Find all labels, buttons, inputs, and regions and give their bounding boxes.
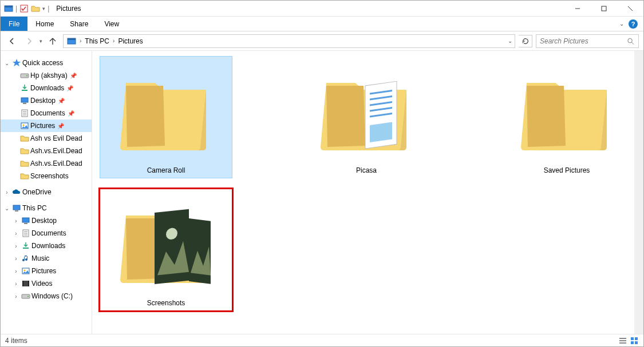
view-icons-button[interactable]	[630, 336, 639, 345]
tree-item-label: Music	[31, 254, 49, 262]
nav-up-button[interactable]	[46, 34, 60, 48]
ribbon-tab-view[interactable]: View	[96, 17, 127, 31]
navbar: ▾ › This PC › Pictures ⌄	[1, 31, 643, 51]
minimize-button[interactable]	[564, 1, 591, 17]
tree-item-label: Pictures	[31, 267, 56, 275]
vertical-scrollbar[interactable]	[634, 51, 643, 334]
pc-icon	[12, 204, 21, 213]
qat-properties-icon[interactable]	[19, 4, 29, 13]
sidebar-item[interactable]: Ash.vs.Evil.Dead	[1, 145, 92, 157]
address-root-icon[interactable]	[65, 37, 78, 46]
ribbon: File Home Share View ⌄ ?	[1, 17, 643, 31]
tree-item-icon	[20, 134, 29, 143]
tree-quick-access[interactable]: ⌄ Quick access	[1, 57, 92, 69]
qat-folder-icon[interactable]	[31, 4, 40, 13]
chevron-right-icon[interactable]: ›	[78, 38, 82, 44]
sidebar-item[interactable]: Ash.vs.Evil.Dead	[1, 157, 92, 170]
tree-item-label: Desktop	[31, 217, 57, 225]
ribbon-tab-file[interactable]: File	[1, 17, 27, 31]
svg-point-37	[27, 296, 29, 297]
sidebar-item[interactable]: Ash vs Evil Dead	[1, 132, 92, 145]
sidebar-item[interactable]: Documents📌	[1, 107, 92, 119]
svg-rect-44	[370, 122, 392, 142]
tree-item-icon	[20, 83, 29, 93]
ribbon-expand-icon[interactable]: ⌄	[619, 21, 624, 27]
sidebar[interactable]: ⌄ Quick access Hp (akshya)📌Downloads📌Des…	[1, 51, 92, 334]
expand-icon[interactable]: ›	[12, 268, 20, 274]
help-icon[interactable]: ?	[629, 19, 638, 29]
address-dropdown-icon[interactable]: ⌄	[507, 38, 513, 44]
tree-item-label: Hp (akshya)	[30, 71, 68, 79]
expand-icon[interactable]: ›	[3, 189, 11, 196]
tree-onedrive[interactable]: › OneDrive	[1, 186, 92, 198]
expand-icon[interactable]: ›	[12, 256, 20, 262]
tree-label: This PC	[22, 204, 47, 212]
status-item-count: 4 items	[5, 337, 27, 345]
expand-icon[interactable]: ›	[12, 281, 20, 287]
search-input[interactable]	[540, 37, 626, 45]
nav-recent-dropdown[interactable]: ▾	[39, 38, 42, 44]
folder-label: Screenshots	[147, 299, 185, 307]
close-button[interactable]	[617, 1, 643, 17]
expand-icon[interactable]: ›	[12, 218, 20, 224]
tree-item-label: Desktop	[30, 97, 56, 105]
sidebar-item[interactable]: Desktop📌	[1, 94, 92, 107]
maximize-button[interactable]	[591, 1, 617, 17]
collapse-icon[interactable]: ⌄	[3, 60, 11, 66]
content-pane[interactable]: Camera RollPicasaSaved PicturesScreensho…	[92, 51, 643, 334]
expand-icon[interactable]: ›	[12, 293, 20, 300]
pin-icon: 📌	[68, 110, 74, 117]
ribbon-tab-share[interactable]: Share	[62, 17, 96, 31]
tree-this-pc[interactable]: ⌄ This PC	[1, 202, 92, 214]
search-box[interactable]	[536, 34, 639, 48]
nav-back-button[interactable]	[5, 34, 19, 48]
sidebar-item[interactable]: Pictures📌	[1, 119, 92, 132]
svg-rect-14	[21, 98, 28, 102]
tree-item-icon	[20, 121, 29, 130]
tree-item-icon	[20, 159, 29, 168]
sidebar-item[interactable]: Screenshots	[1, 170, 92, 182]
folder-icon	[515, 60, 618, 163]
tree-label: Quick access	[22, 59, 63, 67]
tree-item-icon	[21, 254, 30, 263]
sidebar-item[interactable]: ›Windows (C:)	[1, 290, 92, 302]
tree-item-icon	[21, 229, 30, 238]
folder-item[interactable]: Camera Roll	[100, 57, 232, 178]
folder-item[interactable]: Screenshots	[100, 189, 232, 310]
svg-rect-15	[23, 103, 26, 104]
breadcrumb-segment[interactable]: Pictures	[116, 37, 145, 45]
tree-item-icon	[21, 216, 30, 225]
tree-item-label: Documents	[30, 109, 65, 117]
sidebar-item[interactable]: ›Music	[1, 252, 92, 265]
tree-item-label: Documents	[31, 229, 66, 237]
folder-item[interactable]: Picasa	[301, 57, 432, 178]
folder-item[interactable]: Saved Pictures	[501, 57, 633, 178]
sidebar-item[interactable]: Hp (akshya)📌	[1, 69, 92, 82]
qat-dropdown-icon[interactable]: ▾	[42, 6, 45, 11]
tree-item-label: Ash vs Evil Dead	[30, 134, 82, 142]
sidebar-item[interactable]: ›Videos	[1, 277, 92, 290]
sidebar-item[interactable]: ›Documents	[1, 227, 92, 240]
svg-rect-49	[619, 340, 626, 341]
pin-icon: 📌	[70, 73, 77, 79]
search-icon[interactable]	[626, 37, 635, 46]
svg-rect-52	[635, 337, 638, 340]
sidebar-item[interactable]: ›Pictures	[1, 265, 92, 277]
app-icon	[4, 4, 13, 13]
ribbon-tab-home[interactable]: Home	[27, 17, 62, 31]
expand-icon[interactable]: ›	[12, 230, 20, 237]
refresh-button[interactable]	[519, 35, 532, 47]
chevron-right-icon[interactable]: ›	[112, 38, 116, 44]
tree-item-label: Downloads	[31, 242, 65, 250]
breadcrumb-segment[interactable]: This PC	[82, 37, 112, 45]
sidebar-item[interactable]: ›Desktop	[1, 214, 92, 227]
expand-icon[interactable]: ›	[12, 243, 20, 249]
address-bar[interactable]: › This PC › Pictures ⌄	[63, 34, 515, 48]
view-details-button[interactable]	[618, 336, 627, 345]
tree-item-icon	[21, 279, 30, 288]
sidebar-item[interactable]: Downloads📌	[1, 82, 92, 94]
sidebar-item[interactable]: ›Downloads	[1, 240, 92, 252]
nav-forward-button[interactable]	[22, 34, 36, 48]
tree-label: OneDrive	[22, 188, 52, 196]
collapse-icon[interactable]: ⌄	[3, 205, 11, 212]
